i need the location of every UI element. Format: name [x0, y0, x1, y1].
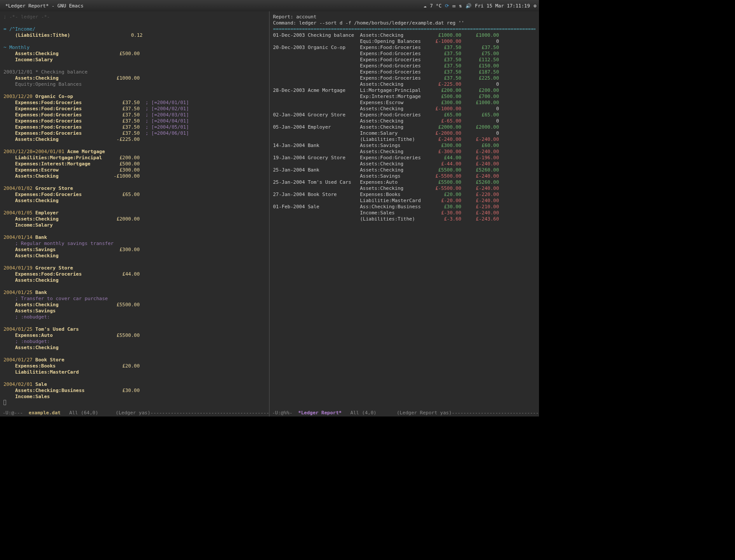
- report-row[interactable]: Assets:Checking £-225.00 0: [273, 81, 536, 88]
- ledger-line[interactable]: Assets:Checking:Business £30.00: [4, 388, 266, 394]
- report-row[interactable]: 19-Jan-2004 Grocery Store Expens:Food:Gr…: [273, 155, 536, 161]
- ledger-line[interactable]: 2003/12/01 * Checking balance: [4, 69, 266, 75]
- report-row[interactable]: (Liabilities:Tithe) £-240.00 £-240.00: [273, 136, 536, 143]
- report-row[interactable]: Exp:Interest:Mortgage £500.00 £700.00: [273, 94, 536, 100]
- report-command-line[interactable]: Command: ledger --sort d -f /home/borbus…: [273, 20, 536, 26]
- ledger-line[interactable]: Expenses:Food:Groceries £37.50 ; [=2004/…: [4, 106, 266, 112]
- ledger-line[interactable]: Expenses:Escrow £300.00: [4, 167, 266, 173]
- ledger-line[interactable]: Assets:Savings £300.00: [4, 247, 266, 253]
- ledger-line[interactable]: Assets:Checking: [4, 198, 266, 204]
- ledger-line[interactable]: Assets:Checking £5500.00: [4, 302, 266, 308]
- right-report-pane[interactable]: Report: accountCommand: ledger --sort d …: [270, 11, 539, 416]
- ledger-line[interactable]: ; :nobudget:: [4, 314, 266, 320]
- report-row[interactable]: 27-Jan-2004 Book Store Expenses:Books £2…: [273, 192, 536, 198]
- ledger-line[interactable]: Expenses:Food:Groceries £37.50 ; [=2004/…: [4, 124, 266, 130]
- ledger-line[interactable]: 2003/12/28=2004/01/01 Acme Mortgage: [4, 149, 266, 155]
- network-icon[interactable]: ⇅: [459, 3, 462, 9]
- ledger-line[interactable]: Income:Salary: [4, 57, 266, 63]
- ledger-line[interactable]: Equity:Opening Balances: [4, 81, 266, 88]
- settings-gear-icon[interactable]: ⚙: [533, 3, 536, 9]
- refresh-icon[interactable]: ⟳: [445, 3, 449, 9]
- report-row[interactable]: 02-Jan-2004 Grocery Store Expens:Food:Gr…: [273, 112, 536, 118]
- report-row[interactable]: 01-Dec-2003 Checking balance Assets:Chec…: [273, 32, 536, 38]
- ledger-line[interactable]: ; Transfer to cover car purchase: [4, 296, 266, 302]
- ledger-line[interactable]: Expenses:Food:Groceries £65.00: [4, 192, 266, 198]
- ledger-line[interactable]: ; :nobudget:: [4, 339, 266, 345]
- ledger-line[interactable]: = /^Income/: [4, 26, 266, 32]
- ledger-line[interactable]: ; Regular monthly savings transfer: [4, 241, 266, 247]
- ledger-line[interactable]: Assets:Checking -£225.00: [4, 136, 266, 143]
- ledger-line[interactable]: 2004/01/05 Employer: [4, 210, 266, 216]
- ledger-line[interactable]: 2004/01/14 Bank: [4, 234, 266, 241]
- ledger-line[interactable]: Assets:Checking: [4, 345, 266, 351]
- ledger-line[interactable]: 2004/01/19 Grocery Store: [4, 265, 266, 271]
- report-row[interactable]: Income:Salary £-2000.00 0: [273, 130, 536, 136]
- ledger-line[interactable]: [4, 320, 266, 326]
- report-row[interactable]: Expens:Food:Groceries £37.50 £187.50: [273, 69, 536, 75]
- report-row[interactable]: Assets:Checking £-5500.00 £-240.00: [273, 186, 536, 192]
- ledger-line[interactable]: [4, 143, 266, 149]
- ledger-line[interactable]: [4, 20, 266, 26]
- ledger-line[interactable]: [4, 375, 266, 382]
- ledger-line[interactable]: [4, 179, 266, 186]
- ledger-line[interactable]: Assets:Savings: [4, 308, 266, 314]
- report-header-line[interactable]: Report: account: [273, 14, 536, 20]
- report-row[interactable]: 25-Jan-2004 Bank Assets:Checking £5500.0…: [273, 167, 536, 173]
- ledger-line[interactable]: 2004/01/02 Grocery Store: [4, 186, 266, 192]
- ledger-line[interactable]: [4, 259, 266, 265]
- ledger-line[interactable]: Assets:Checking -£1000.00: [4, 173, 266, 179]
- report-row[interactable]: 14-Jan-2004 Bank Assets:Savings £300.00 …: [273, 143, 536, 149]
- ledger-line[interactable]: [4, 88, 266, 94]
- ledger-line[interactable]: Expenses:Food:Groceries £37.50 ; [=2004/…: [4, 118, 266, 124]
- report-row[interactable]: Assets:Checking £-44.00 £-240.00: [273, 161, 536, 167]
- ledger-line[interactable]: Income:Salary: [4, 222, 266, 228]
- ledger-line[interactable]: [4, 284, 266, 290]
- report-row[interactable]: Expens:Food:Groceries £37.50 £150.00: [273, 63, 536, 69]
- mail-icon[interactable]: ✉: [452, 3, 455, 9]
- ledger-line[interactable]: [4, 38, 266, 45]
- ledger-line[interactable]: 2004/01/25 Tom's Used Cars: [4, 326, 266, 332]
- report-row[interactable]: 20-Dec-2003 Organic Co-op Expens:Food:Gr…: [273, 45, 536, 51]
- report-row[interactable]: 28-Dec-2003 Acme Mortgage Li:Mortgage:Pr…: [273, 88, 536, 94]
- ledger-line[interactable]: 2004/01/27 Book Store: [4, 357, 266, 363]
- ledger-line[interactable]: [4, 351, 266, 357]
- ledger-line[interactable]: Expenses:Auto £5500.00: [4, 332, 266, 339]
- ledger-line[interactable]: Liabilities:Mortgage:Principal £200.00: [4, 155, 266, 161]
- ledger-line[interactable]: [4, 204, 266, 210]
- report-separator[interactable]: ========================================…: [273, 26, 536, 32]
- report-row[interactable]: Expens:Food:Groceries £37.50 £225.00: [273, 75, 536, 81]
- ledger-line[interactable]: ~ Monthly: [4, 45, 266, 51]
- report-row[interactable]: Liabilitie:MasterCard £-20.00 £-240.00: [273, 198, 536, 204]
- ledger-line[interactable]: Assets:Checking £1000.00: [4, 75, 266, 81]
- ledger-line[interactable]: Expenses:Food:Groceries £37.50 ; [=2004/…: [4, 112, 266, 118]
- ledger-line[interactable]: Expenses:Food:Groceries £44.00: [4, 271, 266, 277]
- report-row[interactable]: 01-Feb-2004 Sale Ass:Checking:Business £…: [273, 204, 536, 210]
- left-editor-pane[interactable]: ; -*- ledger -*- = /^Income/ (Liabilitie…: [0, 11, 270, 416]
- ledger-line[interactable]: Expenses:Books £20.00: [4, 363, 266, 369]
- ledger-line[interactable]: (Liabilities:Tithe) 0.12: [4, 32, 266, 38]
- report-row[interactable]: Expens:Food:Groceries £37.50 £75.00: [273, 51, 536, 57]
- ledger-line[interactable]: 2003/12/20 Organic Co-op: [4, 94, 266, 100]
- ledger-line[interactable]: ; -*- ledger -*-: [4, 14, 266, 20]
- report-row[interactable]: Assets:Checking £-1000.00 0: [273, 106, 536, 112]
- ledger-line[interactable]: Income:Sales: [4, 394, 266, 400]
- report-row[interactable]: 25-Jan-2004 Tom's Used Cars Expenses:Aut…: [273, 179, 536, 186]
- report-row[interactable]: Equi:Opening Balances £-1000.00 0: [273, 38, 536, 45]
- volume-icon[interactable]: 🔊: [466, 3, 472, 9]
- ledger-line[interactable]: [4, 228, 266, 234]
- report-row[interactable]: Assets:Checking £-65.00 0: [273, 118, 536, 124]
- report-row[interactable]: Expens:Food:Groceries £37.50 £112.50: [273, 57, 536, 63]
- ledger-line[interactable]: Assets:Checking: [4, 277, 266, 284]
- ledger-line[interactable]: Expenses:Interest:Mortgage £500.00: [4, 161, 266, 167]
- report-row[interactable]: Expenses:Escrow £300.00 £1000.00: [273, 100, 536, 106]
- ledger-line[interactable]: Expenses:Food:Groceries £37.50 ; [=2004/…: [4, 130, 266, 136]
- report-row[interactable]: Assets:Savings £-5500.00 £-240.00: [273, 173, 536, 179]
- ledger-line[interactable]: Assets:Checking: [4, 253, 266, 259]
- ledger-line[interactable]: Expenses:Food:Groceries £37.50 ; [=2004/…: [4, 100, 266, 106]
- report-row[interactable]: 05-Jan-2004 Employer Assets:Checking £20…: [273, 124, 536, 130]
- report-row[interactable]: Assets:Checking £-300.00 £-240.00: [273, 149, 536, 155]
- ledger-line[interactable]: 2004/01/25 Bank: [4, 290, 266, 296]
- ledger-line[interactable]: [4, 63, 266, 69]
- ledger-line[interactable]: Assets:Checking £500.00: [4, 51, 266, 57]
- ledger-line[interactable]: 2004/02/01 Sale: [4, 382, 266, 388]
